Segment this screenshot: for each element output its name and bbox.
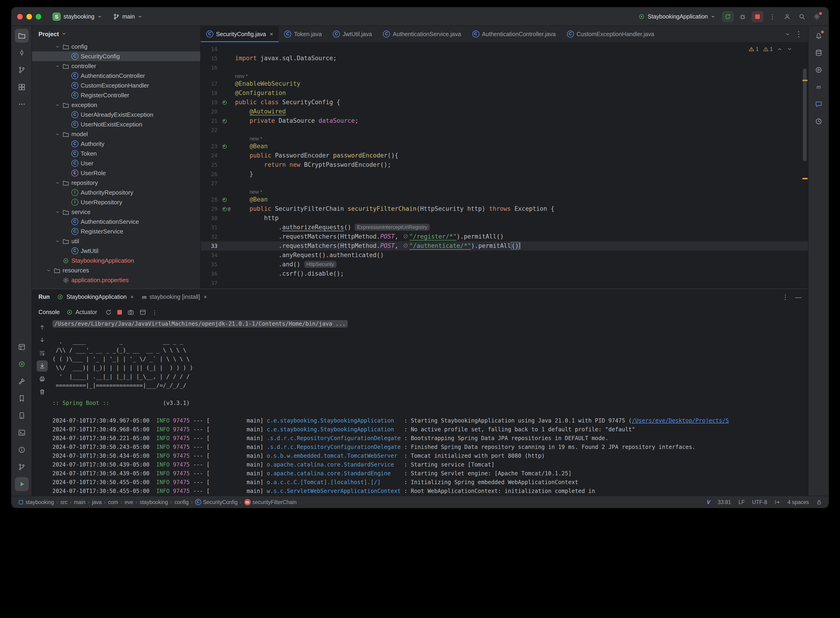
pull-requests-tool-icon[interactable] [15,63,28,77]
code-line-26[interactable]: 26 } [201,169,808,179]
code-line-15[interactable]: 15import javax.sql.DataSource; [201,54,808,63]
console-tab[interactable]: Console [39,309,60,315]
code-line-36[interactable]: 36 .csrf().disable(); [201,269,808,278]
database-tool-icon[interactable] [812,46,825,60]
editor-tab-CustomExceptionHandler.java[interactable]: CCustomExceptionHandler.java [561,26,660,42]
next-problem-icon[interactable] [787,46,792,52]
tree-item-exception[interactable]: exception [32,100,200,110]
spring-bean-gutter-icon[interactable] [222,100,227,104]
build-tool-icon[interactable] [15,374,28,388]
code-line-28[interactable]: 28 @Bean [201,195,808,204]
tree-item-service[interactable]: service [32,207,200,217]
minimize-window-button[interactable] [27,14,32,19]
project-panel-header[interactable]: Project [32,26,200,42]
weak-warning-stripe-mark[interactable] [803,80,807,81]
spring-bean-gutter-icon[interactable] [222,119,227,123]
tree-item-Token[interactable]: CToken [32,149,200,159]
code-line-37[interactable]: 37 [201,278,808,288]
search-everywhere-icon[interactable] [796,11,808,22]
spring-bean-gutter-icon[interactable] [222,144,227,149]
run-panel-title[interactable]: Run [39,294,50,300]
tree-item-AuthenticationService[interactable]: CAuthenticationService [32,217,200,227]
tree-item-RegisterService[interactable]: CRegisterService [32,227,200,236]
version-control-tool-icon[interactable] [15,460,28,474]
expand-chevron-icon[interactable] [54,239,60,244]
tree-item-UserAlreadyExistException[interactable]: CUserAlreadyExistException [32,110,200,120]
run-panel-options-icon[interactable]: ⋮ [782,293,789,301]
breadcrumb-eve[interactable]: eve [125,499,133,505]
tree-item-repository[interactable]: repository [32,178,200,188]
spring-boot-tool-icon[interactable] [15,357,28,371]
branch-widget[interactable]: main [109,12,146,21]
caret-position[interactable]: 33:81 [718,499,731,505]
commit-tool-icon[interactable] [15,46,28,60]
code-line[interactable]: new * [201,72,808,79]
breadcrumb-securityFilterChain[interactable]: msecurityFilterChain [244,499,296,505]
close-tab-icon[interactable]: × [204,294,207,300]
stop-console-icon[interactable] [118,310,122,315]
inspections-widget[interactable]: 1 1 [749,46,792,52]
close-tab-icon[interactable]: × [270,31,273,37]
expand-chevron-icon[interactable] [54,64,60,68]
maven-tool-icon[interactable]: m [812,80,825,94]
code-line-23[interactable]: 23 @Bean [201,142,808,151]
tree-item-controller[interactable]: controller [32,61,200,71]
clear-console-icon[interactable] [37,386,48,398]
breadcrumb-java[interactable]: java [92,499,101,505]
code-line-34[interactable]: 34 .anyRequest().authenticated() [201,251,808,260]
editor-tab-Token.java[interactable]: CToken.java [279,26,328,42]
expand-chevron-icon[interactable] [54,180,60,185]
code-line[interactable]: new * [201,188,808,195]
tab-options-icon[interactable]: ⋮ [795,30,803,39]
editor-tab-AuthenticationService.java[interactable]: CAuthenticationService.java [378,26,467,42]
breadcrumb-com[interactable]: com [108,499,118,505]
code-line-17[interactable]: 17@EnableWebSecurity [201,79,808,89]
editor-scrollbar[interactable] [803,68,807,161]
file-link[interactable]: /Users/eve/Desktop/Projects/S [632,417,729,424]
code-vision-hint[interactable]: new * [250,136,262,141]
editor-tab-AuthenticationController.java[interactable]: CAuthenticationController.java [466,26,561,42]
expand-chevron-icon[interactable] [54,209,60,214]
actuator-tab[interactable]: Actuator [66,309,97,315]
bookmarks-tool-icon[interactable] [15,391,28,406]
tree-item-config[interactable]: config [32,42,200,51]
soft-wrap-icon[interactable] [37,348,48,359]
code-line-27[interactable]: 27 [201,179,808,188]
code-vision-hint[interactable]: new * [235,73,248,79]
more-actions-icon[interactable]: ⋮ [766,11,778,22]
tree-item-AuthenticationController[interactable]: CAuthenticationController [32,71,200,80]
chevron-down-icon[interactable] [785,31,790,37]
breadcrumb-main[interactable]: main [74,499,85,505]
tree-item-StaybookingApplication[interactable]: StaybookingApplication [32,256,200,266]
run-config-widget[interactable]: StaybookingApplication [634,12,719,21]
scroll-up-icon[interactable] [37,321,48,333]
console-output[interactable]: /Users/eve/Library/Java/JavaVirtualMachi… [52,319,808,496]
editor-tab-SecurityConfig.java[interactable]: CSecurityConfig.java× [201,26,279,42]
code-line-31[interactable]: 31 .authorizeRequests() ExpressionInterc… [201,223,808,232]
expand-chevron-icon[interactable] [54,132,60,137]
print-icon[interactable] [37,373,48,385]
indent-size[interactable]: 4 spaces [788,499,809,505]
breadcrumb-staybooking[interactable]: staybooking [18,499,54,505]
recent-locations-icon[interactable] [812,114,825,128]
breadcrumb-staybooking[interactable]: staybooking [140,499,168,505]
close-window-button[interactable] [17,14,23,19]
code-line-18[interactable]: 18@Configuration [201,89,808,98]
run-tab-staybooking-install-[interactable]: mstaybooking [install]× [142,293,207,301]
warning-stripe-mark[interactable] [803,178,807,179]
ai-assistant-icon[interactable] [812,97,825,111]
tree-item-JwtUtil[interactable]: CJwtUtil [32,246,200,256]
file-encoding[interactable]: UTF-8 [752,499,767,505]
code-line-16[interactable]: 16 [201,63,808,72]
code-line-20[interactable]: 20 @Autowired [201,107,808,116]
prev-problem-icon[interactable] [777,46,782,52]
expand-chevron-icon[interactable] [54,44,60,49]
debug-button[interactable] [737,11,749,22]
problems-tool-icon[interactable] [15,443,28,457]
code-line-35[interactable]: 35 .and() HttpSecurity [201,260,808,269]
breadcrumb-src[interactable]: src [60,499,67,505]
tree-item-application.properties[interactable]: application.properties [32,275,200,285]
tree-item-User[interactable]: CUser [32,159,200,168]
editor-tab-JwtUtil.java[interactable]: CJwtUtil.java [327,26,377,42]
code-line-21[interactable]: 21 private DataSource dataSource; [201,116,808,126]
